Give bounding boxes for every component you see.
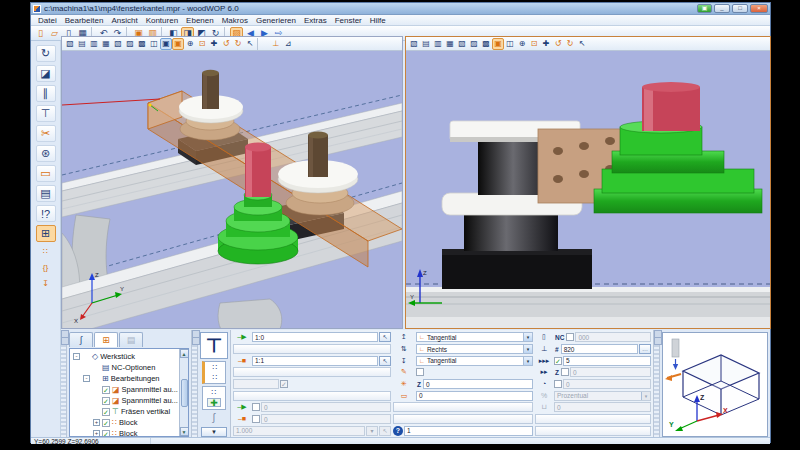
approach-select[interactable]: ∟Tangential▾ [416, 332, 533, 342]
left-viewport-canvas[interactable]: Z Y X [62, 51, 402, 328]
tree-scrollbar[interactable]: ▲ ▼ [179, 349, 188, 436]
tab-contours[interactable]: ʃ [69, 332, 93, 347]
pick-start-button[interactable]: ↖ [379, 332, 391, 342]
feed-z-checkbox[interactable] [561, 368, 569, 376]
right-vp-textured-view-button[interactable]: ▣ [492, 38, 504, 50]
left-vp-view-iso4-button[interactable]: ▩ [136, 38, 148, 50]
pocket-button[interactable]: ▭ [36, 165, 56, 182]
tool-browse-button[interactable]: … [639, 344, 651, 354]
empty-field[interactable] [233, 367, 391, 377]
left-vp-pointer-button[interactable]: ↖ [244, 38, 256, 50]
aux-out-checkbox[interactable] [252, 415, 260, 423]
contour-icon[interactable]: ʃ [204, 412, 224, 426]
depart-select[interactable]: ∟Tangential▾ [416, 356, 533, 366]
new-file-button[interactable]: ▯ [34, 27, 47, 40]
dropdown-arrow-icon[interactable]: ▾ [523, 333, 532, 341]
minimize-button[interactable]: _ [714, 4, 730, 13]
drill-horizontal-button[interactable]: ∥ [36, 85, 56, 102]
left-vp-shaded-view-button[interactable]: ▣ [160, 38, 172, 50]
end-point-field[interactable]: 1:1 [252, 356, 378, 366]
tree-expand-toggle[interactable]: + [93, 430, 100, 437]
right-viewport-canvas[interactable]: Z Y [406, 51, 770, 328]
contour-rotate-button[interactable]: ↻ [36, 45, 56, 62]
feed-checkbox[interactable]: ✓ [554, 357, 562, 365]
workpiece-preview[interactable]: Z X Y [662, 332, 768, 437]
comment-field[interactable]: 1 [404, 426, 533, 436]
right-vp-view-iso2-button[interactable]: ▧ [456, 38, 468, 50]
right-vp-view-iso4-button[interactable]: ▩ [480, 38, 492, 50]
left-vp-view-iso3-button[interactable]: ▨ [124, 38, 136, 50]
tree-checkbox[interactable]: ✓ [102, 430, 110, 438]
tree-expand-toggle[interactable]: + [93, 419, 100, 426]
right-vp-pointer-button[interactable]: ↖ [576, 38, 588, 50]
nc-number-field[interactable]: 000 [575, 332, 651, 342]
tab-list[interactable]: ▤ [119, 332, 143, 347]
aux-in-checkbox[interactable] [252, 403, 260, 411]
tree-expand-toggle[interactable]: - [83, 375, 90, 382]
workplane-button[interactable]: ◪ [36, 65, 56, 82]
tree-checkbox[interactable]: ✓ [102, 419, 110, 427]
open-file-button[interactable]: ▱ [48, 27, 61, 40]
right-vp-view-iso3-button[interactable]: ▨ [468, 38, 480, 50]
right-vp-zoom-in-button[interactable]: ⊕ [516, 38, 528, 50]
left-vp-textured-view-button[interactable]: ▣ [172, 38, 184, 50]
tree-item-spannmittel-1[interactable]: ✓ ◪ Spannmittel au... [93, 384, 178, 395]
close-button[interactable]: × [750, 4, 768, 13]
menu-hilfe[interactable]: Hilfe [367, 16, 389, 25]
nc-document-button[interactable]: ▤ [36, 185, 56, 202]
teach-button[interactable]: ↧ [36, 277, 56, 290]
right-vp-view-top-button[interactable]: ▦ [444, 38, 456, 50]
language-button[interactable]: ▣ [697, 4, 712, 13]
tree-item-spannmittel-2[interactable]: ✓ ◪ Spannmittel au... [93, 395, 178, 406]
left-vp-view-custom-button[interactable]: ◫ [148, 38, 160, 50]
nc-checkbox[interactable] [566, 333, 574, 341]
correction-select[interactable]: ∟Rechts▾ [416, 344, 533, 354]
empty-field[interactable] [535, 414, 651, 424]
menu-extras[interactable]: Extras [301, 16, 330, 25]
left-vp-separator[interactable] [257, 38, 269, 50]
empty-field[interactable] [233, 391, 391, 401]
menu-generieren[interactable]: Generieren [253, 16, 299, 25]
right-vp-pan-button[interactable]: ✚ [540, 38, 552, 50]
empty-field[interactable] [233, 344, 391, 354]
tab-components[interactable]: ⊞ [94, 332, 118, 347]
braces-button[interactable]: {} [36, 261, 56, 274]
tool-number-field[interactable]: 820 [561, 344, 638, 354]
tree-item-nc-optionen[interactable]: ▤ NC-Optionen [83, 362, 178, 373]
help-icon[interactable]: ? [393, 426, 403, 436]
left-vp-rotate-free-button[interactable]: ↺ [220, 38, 232, 50]
right-vp-zoom-window-button[interactable]: ⊡ [528, 38, 540, 50]
tree-item-block-1[interactable]: + ✓ ∷ Block [93, 417, 178, 428]
feed-rate-field[interactable]: 5 [563, 356, 651, 366]
scroll-macros-button[interactable]: ▼ [201, 427, 227, 437]
dwell-checkbox[interactable] [554, 380, 562, 388]
tree-item-block-2[interactable]: + ✓ ∷ Block [93, 428, 178, 437]
tree-item-werkstueck[interactable]: - ◇ Werkstück [73, 351, 178, 362]
tree-item-fraesen-vertikal[interactable]: ✓ ⊤ Fräsen vertikal [93, 406, 178, 417]
empty-field[interactable] [393, 414, 533, 424]
panel-splitter[interactable] [192, 330, 198, 439]
right-vp-rotate-axis-button[interactable]: ↻ [564, 38, 576, 50]
pick-end-button[interactable]: ↖ [379, 356, 391, 366]
menu-ansicht[interactable]: Ansicht [108, 16, 140, 25]
menu-makros[interactable]: Makros [219, 16, 251, 25]
tree-checkbox[interactable]: ✓ [102, 386, 110, 394]
scroll-thumb[interactable] [181, 379, 188, 407]
right-vp-view-side-button[interactable]: ▥ [432, 38, 444, 50]
feed-z-field[interactable]: 0 [570, 367, 651, 377]
empty-field[interactable] [393, 402, 533, 412]
left-vp-view-top-button[interactable]: ▦ [100, 38, 112, 50]
scroll-up-icon[interactable]: ▲ [180, 349, 189, 358]
dropdown-arrow-icon[interactable]: ▾ [523, 357, 532, 365]
left-vp-zoom-window-button[interactable]: ⊡ [196, 38, 208, 50]
help-edit-button[interactable]: !? [36, 205, 56, 222]
pocket-field[interactable]: 0 [416, 391, 533, 401]
left-vp-measure-button[interactable]: ⊥ [270, 38, 282, 50]
empty-field[interactable] [535, 426, 651, 436]
right-vp-view-front-button[interactable]: ▤ [420, 38, 432, 50]
components-button[interactable]: ⊞ [36, 225, 56, 242]
menu-bearbeiten[interactable]: Bearbeiten [62, 16, 107, 25]
left-vp-zoom-in-button[interactable]: ⊕ [184, 38, 196, 50]
menu-ebenen[interactable]: Ebenen [183, 16, 217, 25]
tree-checkbox[interactable]: ✓ [102, 397, 110, 405]
